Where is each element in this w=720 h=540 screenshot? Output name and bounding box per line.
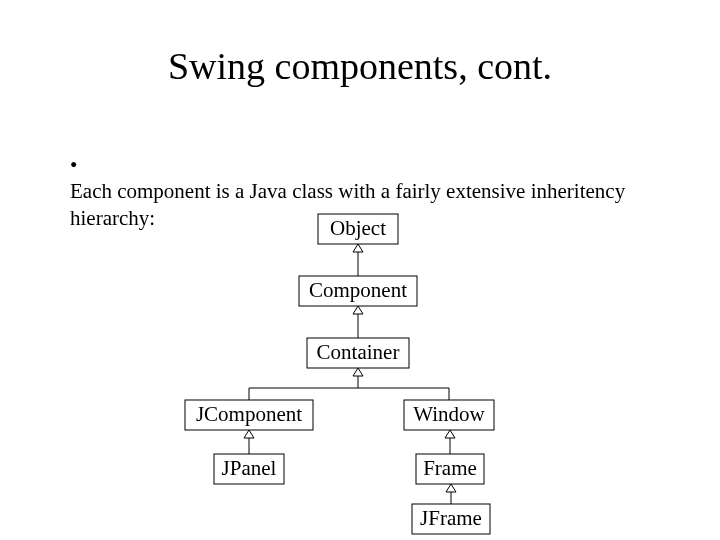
arrowhead-icon <box>445 430 455 438</box>
node-jcomponent-label: JComponent <box>196 402 302 426</box>
arrowhead-icon <box>353 244 363 252</box>
arrowhead-icon <box>353 368 363 376</box>
node-jframe-label: JFrame <box>420 506 482 530</box>
slide: Swing components, cont. • Each component… <box>0 0 720 540</box>
node-window-label: Window <box>413 402 485 426</box>
inheritance-diagram: Object Component Container JComponent Wi… <box>0 0 720 540</box>
node-container-label: Container <box>317 340 400 364</box>
node-object-label: Object <box>330 216 386 240</box>
node-jpanel-label: JPanel <box>222 456 277 480</box>
node-component-label: Component <box>309 278 407 302</box>
node-frame-label: Frame <box>423 456 477 480</box>
arrowhead-icon <box>244 430 254 438</box>
arrowhead-icon <box>446 484 456 492</box>
arrowhead-icon <box>353 306 363 314</box>
